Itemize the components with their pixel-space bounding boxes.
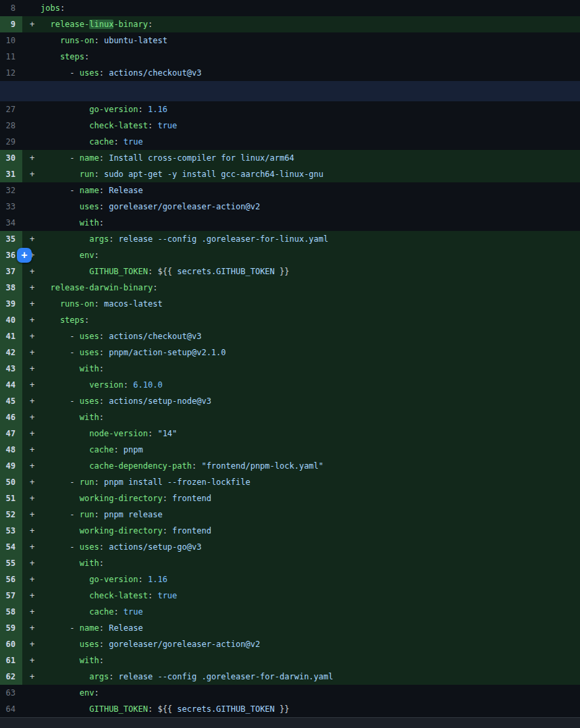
code-token: 6.10.0: [133, 380, 162, 390]
added-marker: +: [30, 571, 34, 588]
code-token: pnpm release: [104, 510, 163, 519]
line-number[interactable]: 44: [0, 377, 22, 393]
line-number[interactable]: 35: [0, 231, 22, 247]
code-token: -: [41, 153, 80, 163]
line-number[interactable]: 8: [0, 0, 22, 16]
code-line: + release-darwin-binary:: [22, 280, 580, 296]
line-number[interactable]: 48: [0, 442, 22, 458]
code-token: release-darwin-binary: [41, 283, 153, 292]
code-line: + - uses: pnpm/action-setup@v2.1.0: [22, 344, 580, 361]
diff-line-50: 50+ - run: pnpm install --frozen-lockfil…: [0, 474, 580, 490]
code-line: + with:: [22, 361, 580, 377]
added-marker: +: [30, 361, 34, 377]
code-token: true: [124, 137, 143, 147]
code-token: run: [41, 170, 94, 179]
code-token: "14": [157, 429, 177, 438]
line-number[interactable]: 34: [0, 215, 22, 231]
code-token: :: [99, 558, 104, 568]
line-number[interactable]: 52: [0, 506, 22, 523]
diff-line-29: 29 cache: true: [0, 134, 580, 150]
line-number[interactable]: 50: [0, 474, 22, 490]
add-comment-button[interactable]: +: [17, 248, 32, 263]
line-number[interactable]: 28: [0, 118, 22, 134]
code-token: frontend: [172, 526, 211, 536]
line-number[interactable]: 55: [0, 555, 22, 571]
line-number[interactable]: 56: [0, 571, 22, 588]
line-number[interactable]: 63: [0, 685, 22, 701]
line-number[interactable]: 27: [0, 101, 22, 118]
line-number[interactable]: 10: [0, 32, 22, 49]
line-number[interactable]: 57: [0, 588, 22, 604]
line-number[interactable]: 39: [0, 296, 22, 312]
code-line: + cache-dependency-path: "frontend/pnpm-…: [22, 458, 580, 474]
diff-line-12: 12 - uses: actions/checkout@v3: [0, 65, 580, 81]
line-number[interactable]: 51: [0, 490, 22, 506]
code-token: goreleaser/goreleaser-action@v2: [109, 202, 260, 211]
line-number[interactable]: 53: [0, 523, 22, 539]
code-token: cache: [41, 445, 113, 454]
line-number[interactable]: 45: [0, 393, 22, 409]
code-token: :: [99, 542, 109, 552]
code-token: args: [41, 672, 109, 681]
added-marker: +: [30, 231, 34, 247]
code-line: with:: [22, 215, 580, 231]
code-line: runs-on: ubuntu-latest: [22, 32, 580, 49]
expandable-hunk-band[interactable]: [0, 81, 580, 101]
line-number[interactable]: 31: [0, 166, 22, 182]
line-number[interactable]: 12: [0, 65, 22, 81]
line-number[interactable]: 62: [0, 669, 22, 685]
code-token: cache: [41, 607, 113, 617]
added-marker: +: [30, 16, 34, 32]
code-token: with: [41, 413, 99, 422]
added-marker: +: [30, 425, 34, 442]
diff-line-56: 56+ go-version: 1.16: [0, 571, 580, 588]
line-number[interactable]: 29: [0, 134, 22, 150]
code-token: frontend: [172, 494, 211, 503]
code-token: env: [41, 251, 94, 260]
line-number[interactable]: 54: [0, 539, 22, 555]
added-marker: +: [30, 669, 34, 685]
added-marker: +: [30, 474, 34, 490]
line-number[interactable]: 43: [0, 361, 22, 377]
line-number[interactable]: 60: [0, 636, 22, 652]
code-token: with: [41, 558, 99, 568]
line-number[interactable]: 11: [0, 49, 22, 65]
code-line: + - run: pnpm release: [22, 506, 580, 523]
diff-section-divider: [0, 717, 580, 728]
line-number[interactable]: 9: [0, 16, 22, 32]
line-number[interactable]: 33: [0, 199, 22, 215]
line-number[interactable]: 64: [0, 701, 22, 717]
added-marker: +: [30, 523, 34, 539]
code-token: -: [41, 68, 80, 78]
code-token: :: [148, 429, 157, 438]
code-token: run: [80, 477, 95, 487]
line-number[interactable]: 41: [0, 328, 22, 344]
code-token: :: [148, 121, 157, 130]
added-marker: +: [30, 620, 34, 636]
code-line: + with:: [22, 555, 580, 571]
code-line: + version: 6.10.0: [22, 377, 580, 393]
code-token: env: [41, 688, 94, 698]
line-number[interactable]: 40: [0, 312, 22, 328]
code-token: :: [99, 153, 109, 163]
diff-line-11: 11 steps:: [0, 49, 580, 65]
line-number[interactable]: 61: [0, 652, 22, 669]
diff-line-52: 52+ - run: pnpm release: [0, 506, 580, 523]
line-number[interactable]: 32: [0, 182, 22, 199]
code-line: + - run: pnpm install --frozen-lockfile: [22, 474, 580, 490]
line-number[interactable]: 42: [0, 344, 22, 361]
code-token: -: [41, 477, 80, 487]
line-number[interactable]: 38: [0, 280, 22, 296]
line-number[interactable]: 58: [0, 604, 22, 620]
code-token: :: [192, 461, 201, 471]
code-token: :: [148, 20, 153, 29]
line-number[interactable]: 37: [0, 263, 22, 280]
code-line: jobs:: [22, 0, 580, 16]
diff-line-36: 36+ env:+: [0, 247, 580, 263]
line-number[interactable]: 49: [0, 458, 22, 474]
line-number[interactable]: 59: [0, 620, 22, 636]
line-number[interactable]: 46: [0, 409, 22, 425]
line-number[interactable]: 47: [0, 425, 22, 442]
code-line: + runs-on: macos-latest: [22, 296, 580, 312]
line-number[interactable]: 30: [0, 150, 22, 166]
